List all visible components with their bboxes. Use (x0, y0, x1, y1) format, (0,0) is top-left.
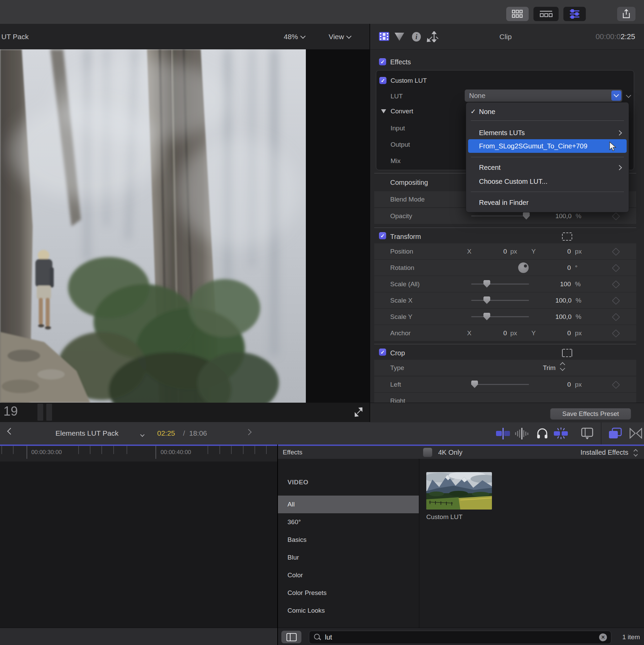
inspector-sliders-icon (569, 9, 580, 19)
menu-item-slog-lut[interactable]: From_SLog2SGumut_To_Cine+709 (468, 139, 627, 153)
slider-thumb[interactable] (483, 296, 490, 304)
effects-category-item[interactable]: Color (278, 566, 419, 584)
info-icon[interactable]: i (412, 32, 421, 42)
effects-category-item[interactable]: Color Presets (278, 584, 419, 602)
chevron-left-icon (7, 428, 14, 435)
transitions-browser-icon[interactable] (629, 428, 642, 439)
snapping-icon[interactable] (553, 427, 569, 439)
scale-all-value[interactable]: 100 (550, 276, 571, 292)
effects-category-item[interactable]: 360° (278, 513, 419, 531)
audio-skimming-icon[interactable] (514, 428, 529, 439)
lut-popup-button[interactable]: None (465, 90, 622, 102)
keyframe-diamond-icon[interactable] (612, 212, 620, 220)
transform-checkbox[interactable]: ✓ (379, 232, 386, 239)
slider-thumb[interactable] (483, 313, 490, 320)
menu-item-choose-custom-lut[interactable]: Choose Custom LUT... (466, 175, 629, 188)
history-forward-button[interactable] (246, 430, 251, 436)
custom-lut-checkbox[interactable]: ✓ (379, 77, 386, 84)
rotation-value[interactable]: 0 (550, 260, 571, 276)
scale-y-slider[interactable] (471, 316, 529, 317)
lut-dropdown-menu: ✓ None Elements LUTs From_SLog2SGumut_To… (466, 102, 629, 212)
stepper-icon[interactable] (561, 363, 564, 371)
fullscreen-icon[interactable] (354, 407, 363, 417)
menu-item-none[interactable]: ✓ None (466, 105, 629, 118)
anchor-y-value[interactable]: 0 (550, 325, 571, 341)
crop-left-row: Left 0 px (374, 376, 636, 393)
ruler-tick (113, 446, 114, 454)
sidebar-toggle-button[interactable] (281, 631, 301, 643)
ruler-tick (219, 446, 220, 454)
crop-onscreen-controls-icon[interactable] (562, 349, 572, 357)
crop-left-slider[interactable] (471, 384, 529, 385)
keyframe-diamond-icon[interactable] (612, 313, 620, 321)
ruler-timecode-label: 00:00:30:00 (31, 449, 62, 456)
rotation-dial[interactable] (518, 262, 529, 273)
scale-x-value[interactable]: 100,0 (551, 292, 572, 308)
index-icon[interactable] (581, 428, 593, 440)
effects-search-field[interactable]: ✕ (309, 631, 611, 644)
keyframe-diamond-icon[interactable] (612, 264, 620, 272)
four-k-only-checkbox[interactable] (423, 448, 432, 457)
position-label: Position (390, 243, 413, 259)
degree-unit: ° (575, 260, 578, 276)
menu-item-reveal-in-finder[interactable]: Reveal in Finder (466, 196, 629, 209)
crop-type-value[interactable]: Trim (535, 360, 556, 376)
effects-category-item[interactable]: Blur (278, 549, 419, 566)
keyframe-diamond-icon[interactable] (612, 329, 620, 337)
position-y-value[interactable]: 0 (550, 243, 571, 259)
history-back-button[interactable] (8, 429, 13, 435)
keyframe-diamond-icon[interactable] (612, 296, 620, 305)
timeline-ruler[interactable]: 00:00:30:00 00:00:40:00 (0, 446, 277, 462)
project-chevron[interactable] (141, 432, 144, 438)
slider-thumb[interactable] (523, 212, 530, 220)
color-cone-icon[interactable] (394, 32, 405, 42)
disclosure-triangle-icon[interactable] (381, 109, 386, 113)
menu-item-recent[interactable]: Recent (466, 161, 629, 174)
skimming-icon[interactable] (495, 428, 511, 439)
timeline-index-view-button[interactable] (533, 7, 559, 21)
effects-checkbox[interactable]: ✓ (379, 58, 386, 65)
percent-unit: % (576, 309, 581, 325)
browser-grid-button[interactable] (506, 7, 529, 21)
keyframe-diamond-icon[interactable] (612, 280, 620, 288)
menu-item-elements-luts[interactable]: Elements LUTs (466, 126, 629, 139)
transform-onscreen-controls-icon[interactable] (562, 232, 572, 241)
timeline-body[interactable] (0, 462, 277, 628)
viewer-view-menu[interactable]: View (329, 24, 351, 49)
menu-separator (471, 157, 624, 157)
installed-effects-filter[interactable]: Installed Effects (580, 446, 628, 459)
keyframe-diamond-icon[interactable] (612, 381, 620, 389)
search-input[interactable] (324, 632, 564, 642)
viewer-zoom-menu[interactable]: 48% (284, 24, 305, 49)
crop-checkbox[interactable]: ✓ (379, 349, 386, 356)
ruler-tick (101, 446, 102, 454)
position-x-value[interactable]: 0 (486, 243, 507, 259)
arrows-icon[interactable] (427, 31, 439, 42)
scale-all-row: Scale (All) 100 % (374, 276, 636, 292)
video-icon[interactable] (379, 32, 389, 41)
keyframe-diamond-icon[interactable] (612, 247, 620, 256)
lut-row-chevron[interactable] (627, 93, 630, 99)
inspector-toggle-button[interactable] (563, 7, 586, 21)
stepper-icon[interactable] (634, 450, 637, 456)
scale-all-slider[interactable] (471, 284, 529, 285)
crop-left-value[interactable]: 0 (550, 376, 571, 392)
opacity-slider[interactable] (471, 215, 529, 216)
effects-browser-icon[interactable] (608, 428, 623, 440)
effects-category-item[interactable]: All (278, 496, 419, 513)
share-button[interactable] (617, 7, 635, 21)
slider-thumb[interactable] (483, 280, 490, 288)
effects-category-item[interactable]: Basics (278, 531, 419, 549)
save-effects-preset-button[interactable]: Save Effects Preset (550, 408, 631, 420)
scale-x-slider[interactable] (471, 300, 529, 301)
scale-y-value[interactable]: 100,0 (551, 309, 572, 325)
slider-thumb[interactable] (471, 381, 478, 388)
anchor-x-value[interactable]: 0 (486, 325, 507, 341)
inspector-bottom-bar: Save Effects Preset (370, 403, 644, 422)
solo-headphones-icon[interactable] (536, 427, 548, 439)
viewer-canvas[interactable] (0, 49, 369, 403)
timeline-project-title[interactable]: Elements LUT Pack (55, 422, 118, 445)
clear-search-icon[interactable]: ✕ (599, 633, 607, 641)
effects-category-item[interactable]: Comic Looks (278, 602, 419, 619)
custom-lut-effect-thumbnail[interactable] (426, 472, 492, 510)
